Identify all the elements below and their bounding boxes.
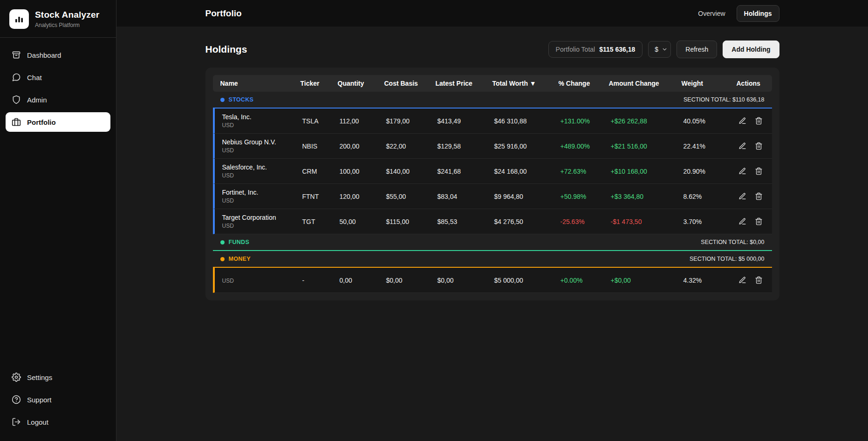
edit-button[interactable] — [737, 115, 748, 127]
holding-name-cell: Nebius Group N.V. USD — [215, 135, 295, 157]
total-worth-cell: $4 276,50 — [487, 214, 553, 229]
amount-change-cell: +$10 168,00 — [603, 164, 676, 179]
weight-cell: 22.41% — [676, 139, 731, 154]
edit-button[interactable] — [737, 274, 748, 286]
holding-name: Nebius Group N.V. — [222, 138, 295, 146]
section-funds: FUNDS SECTION TOTAL: $0,00 — [213, 234, 772, 251]
section-total: SECTION TOTAL: $0,00 — [701, 239, 764, 245]
col-quantity[interactable]: Quantity — [330, 75, 377, 91]
section-name: STOCKS — [229, 96, 254, 103]
weight-cell: 20.90% — [676, 164, 731, 179]
cost-basis-cell: $140,00 — [379, 164, 430, 179]
section-total: SECTION TOTAL: $110 636,18 — [683, 96, 764, 103]
view-tabs: Overview Holdings — [690, 5, 779, 22]
col-latest-price[interactable]: Latest Price — [428, 75, 485, 91]
col-ticker[interactable]: Ticker — [293, 75, 330, 91]
col-amount-change[interactable]: Amount Change — [601, 75, 674, 91]
section-total: SECTION TOTAL: $5 000,00 — [690, 256, 765, 262]
sidebar-item-settings[interactable]: Settings — [6, 367, 110, 387]
portfolio-total-value: $115 636,18 — [599, 46, 635, 53]
currency-select[interactable]: $ — [648, 41, 671, 58]
sidebar-item-label: Settings — [27, 373, 52, 381]
delete-button[interactable] — [753, 216, 765, 227]
holding-currency: USD — [222, 172, 295, 179]
delete-button[interactable] — [753, 274, 765, 286]
dashboard-icon — [12, 50, 21, 60]
pencil-icon — [738, 167, 746, 175]
refresh-button[interactable]: Refresh — [677, 41, 717, 58]
total-worth-cell: $9 964,80 — [487, 189, 553, 204]
pencil-icon — [738, 276, 746, 284]
table-row-tsla: Tesla, Inc. USD TSLA 112,00 $179,00 $413… — [213, 109, 772, 134]
section-name: FUNDS — [229, 239, 250, 245]
sidebar: Stock Analyzer Analytics Platform Dashbo… — [0, 0, 116, 441]
col-pct-change[interactable]: % Change — [551, 75, 601, 91]
section-dot-icon — [220, 98, 225, 102]
tab-overview[interactable]: Overview — [690, 5, 732, 22]
pct-change-cell: +489.00% — [553, 139, 603, 154]
latest-price-cell: $85,53 — [430, 214, 487, 229]
cost-basis-cell: $22,00 — [379, 139, 430, 154]
sidebar-item-dashboard[interactable]: Dashboard — [6, 45, 110, 65]
ticker-cell: TSLA — [295, 114, 332, 129]
quantity-cell: 200,00 — [332, 139, 379, 154]
ticker-cell: - — [295, 273, 332, 288]
delete-button[interactable] — [753, 165, 765, 177]
col-total-worth-sorted[interactable]: Total Worth ▼ — [485, 75, 551, 91]
col-name[interactable]: Name — [213, 75, 293, 91]
holding-name-cell: USD — [215, 272, 295, 288]
edit-button[interactable] — [737, 165, 748, 177]
section-label: STOCKS — [220, 96, 254, 103]
edit-button[interactable] — [737, 190, 748, 202]
sidebar-item-support[interactable]: Support — [6, 390, 110, 409]
brand: Stock Analyzer Analytics Platform — [0, 0, 116, 37]
pencil-icon — [738, 117, 746, 125]
add-holding-button[interactable]: Add Holding — [723, 41, 779, 58]
sidebar-item-portfolio[interactable]: Portfolio — [6, 112, 110, 132]
portfolio-total-label: Portfolio Total — [556, 46, 595, 53]
latest-price-cell: $129,58 — [430, 139, 487, 154]
trash-icon — [755, 142, 763, 150]
sidebar-item-label: Support — [27, 396, 52, 404]
app-title: Stock Analyzer — [35, 10, 99, 20]
table-row-ftnt: Fortinet, Inc. USD FTNT 120,00 $55,00 $8… — [213, 184, 772, 209]
shield-icon — [12, 95, 21, 104]
sidebar-nav: Dashboard Chat Admin Portfolio — [0, 45, 116, 132]
holding-name: Fortinet, Inc. — [222, 189, 295, 196]
edit-button[interactable] — [737, 140, 748, 152]
holding-currency: USD — [222, 147, 295, 154]
holding-name-cell: Fortinet, Inc. USD — [215, 185, 295, 208]
portfolio-total: Portfolio Total $115 636,18 — [548, 41, 643, 58]
col-cost-basis[interactable]: Cost Basis — [377, 75, 428, 91]
delete-button[interactable] — [753, 190, 765, 202]
ticker-cell: NBIS — [295, 139, 332, 154]
ticker-cell: TGT — [295, 214, 332, 229]
holdings-toolbar: Holdings Portfolio Total $115 636,18 $ — [205, 41, 779, 58]
tab-holdings[interactable]: Holdings — [737, 5, 779, 22]
delete-button[interactable] — [753, 140, 765, 152]
ticker-cell: CRM — [295, 164, 332, 179]
holding-currency: USD — [222, 197, 295, 204]
trash-icon — [755, 117, 763, 125]
amount-change-cell: +$0,00 — [603, 273, 676, 288]
cost-basis-cell: $55,00 — [379, 189, 430, 204]
chat-icon — [12, 73, 21, 82]
sidebar-item-logout[interactable]: Logout — [6, 412, 110, 432]
sidebar-item-admin[interactable]: Admin — [6, 90, 110, 109]
cost-basis-cell: $115,00 — [379, 214, 430, 229]
cost-basis-cell: $179,00 — [379, 114, 430, 129]
holding-name: Target Corporation — [222, 214, 295, 221]
total-worth-cell: $25 916,00 — [487, 139, 553, 154]
table-row-tgt: Target Corporation USD TGT 50,00 $115,00… — [213, 209, 772, 234]
trash-icon — [755, 217, 763, 225]
table-row-crm: Salesforce, Inc. USD CRM 100,00 $140,00 … — [213, 159, 772, 184]
edit-button[interactable] — [737, 216, 748, 227]
delete-button[interactable] — [753, 115, 765, 127]
pct-change-cell: +131.00% — [553, 114, 603, 129]
table-header: Name Ticker Quantity Cost Basis Latest P… — [213, 75, 772, 92]
sidebar-item-label: Admin — [27, 96, 47, 104]
col-weight[interactable]: Weight — [674, 75, 729, 91]
main-area: Portfolio Overview Holdings Holdings Por… — [116, 0, 868, 441]
sidebar-item-chat[interactable]: Chat — [6, 68, 110, 87]
quantity-cell: 120,00 — [332, 189, 379, 204]
